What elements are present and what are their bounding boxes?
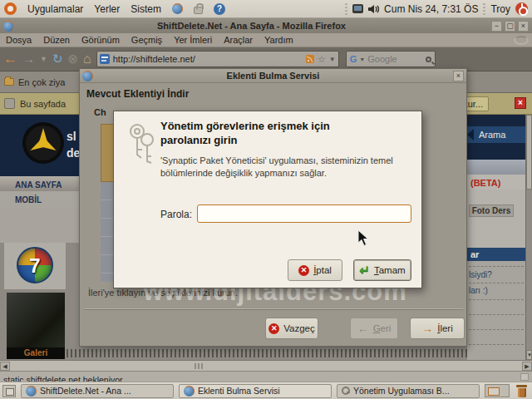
taskbar-window-wizard[interactable]: Eklenti Bulma Servisi [179,384,332,398]
close-button[interactable]: × [518,21,529,32]
bookmarks-folder-icon[interactable] [4,78,14,86]
bookmarks-item-most-visited[interactable]: En çok ziya [18,77,65,87]
site-content-strip [0,208,79,243]
mouse-cursor [357,229,371,248]
divider [469,283,524,283]
maximize-button[interactable]: ▢ [505,21,515,32]
system-tray: Cum Nis 24, 7:31 ÖS Troy [345,2,532,15]
help-icon[interactable]: ? [214,3,225,15]
password-input[interactable] [197,204,411,223]
windows7-logo: 7 [17,247,53,283]
foto-ders-button[interactable]: Foto Ders [469,204,514,217]
search-engine-dropdown-icon[interactable]: ▼ [359,57,365,62]
power-icon[interactable] [515,2,528,15]
tray-separator [483,3,485,15]
menu-edit[interactable]: Düzen [37,35,76,45]
auth-ok-button[interactable]: ↵ Tamam [353,259,411,281]
resize-grip[interactable] [520,373,529,381]
top-panel: Uygulamalar Yerler Sistem ? Cum Nis 24, … [0,0,532,18]
scroll-right-icon[interactable]: ▶ [522,362,532,371]
wizard-heading: Mevcut Eklentiyi İndir [86,88,189,100]
workspace-switcher[interactable] [485,384,510,397]
menu-view[interactable]: Görünüm [76,35,126,45]
menu-bookmarks[interactable]: Yer İmleri [168,35,218,45]
search-box[interactable]: G ▼ [346,51,436,67]
gallery-thumbnail[interactable]: Galeri [7,293,65,359]
bookmark-star-icon[interactable]: ☆ [318,54,326,65]
url-bar[interactable]: ☆ ▼ [96,51,339,67]
firefox-launcher-icon[interactable] [172,3,183,14]
wizard-titlebar[interactable]: Eklenti Bulma Servisi × [80,69,466,83]
back-icon[interactable]: ← [3,51,17,67]
taskbar-window-firefox[interactable]: ShiftDelete.Net - Ana ... [21,384,174,398]
back-button[interactable]: ← Geri [350,318,398,339]
nav-link-mobile[interactable]: MOBİL [15,192,42,209]
chevron-down-icon[interactable]: ▼ [40,51,47,67]
menu-tools[interactable]: Araçlar [218,35,259,45]
firefox-titlebar[interactable]: ShiftDelete.Net - Ana Sayfa - Mozilla Fi… [0,18,532,33]
forward-icon[interactable]: → [22,51,35,67]
ubuntu-logo-icon[interactable] [4,2,17,15]
lock-icon[interactable] [194,7,203,14]
password-label: Parola: [160,209,192,220]
auth-ok-label: Tamam [374,265,406,275]
show-desktop-icon[interactable] [2,385,16,397]
window-title: ShiftDelete.Net - Ana Sayfa - Mozilla Fi… [14,21,489,31]
search-icon[interactable] [426,57,431,62]
cancel-icon: ✕ [298,265,309,276]
throbber-icon [514,36,529,45]
keys-icon [124,121,159,166]
scroll-down-icon[interactable]: ▼ [526,350,532,360]
minimize-button[interactable]: − [491,21,502,32]
divider [469,314,524,315]
notification-close-icon[interactable]: × [515,97,526,109]
arrow-left-icon [467,129,474,140]
clock[interactable]: Cum Nis 24, 7:31 ÖS [384,3,478,15]
menu-help[interactable]: Yardım [259,35,299,45]
next-label: İleri [437,323,453,333]
cancel-button[interactable]: ✕ Vazgeç [265,318,318,339]
sidebar-list-item[interactable]: ları :) [469,286,488,295]
reload-icon[interactable]: ↻ [52,51,63,67]
site-favicon [100,54,110,64]
gallery-caption[interactable]: Galeri [7,347,65,359]
ticker-text-strip [66,349,467,357]
shiftdelete-logo[interactable] [22,121,65,165]
vertical-scrollbar[interactable]: ▼ [525,115,532,360]
next-button[interactable]: → İleri [410,318,465,339]
horizontal-scrollbar[interactable]: ◀ ▶ [0,360,532,371]
plugin-name-fragment: Ch [94,107,106,117]
user-menu[interactable]: Troy [490,3,510,15]
stop-icon[interactable]: ⊗ [68,51,79,67]
site-search-label: Arama [479,130,505,140]
auth-cancel-button[interactable]: ✕ İptal [288,259,342,281]
url-dropdown-icon[interactable]: ▼ [329,56,336,63]
update-monitor-icon[interactable] [352,4,363,13]
scrollbar-grip[interactable] [195,363,203,369]
trash-icon[interactable] [516,385,527,397]
menu-file[interactable]: Dosya [0,35,37,45]
site-band: Foto Ders [467,190,525,248]
sidebar-header: ar [467,248,525,261]
menu-system[interactable]: Sistem [131,3,161,15]
url-input[interactable] [113,54,303,64]
search-engine-icon[interactable]: G [350,54,357,64]
taskbar-label: ShiftDelete.Net - Ana ... [40,386,131,396]
scroll-left-icon[interactable]: ◀ [0,362,10,371]
volume-icon[interactable] [368,4,379,14]
rss-icon[interactable] [306,55,314,63]
windows7-article-image[interactable]: 7 [4,243,66,289]
firefox-window-icon [82,71,93,81]
menu-applications[interactable]: Uygulamalar [27,3,83,15]
site-search-button[interactable]: Arama [467,126,525,143]
search-input[interactable] [367,54,423,64]
site-subnav-bar: MOBİL [0,191,79,208]
menu-history[interactable]: Geçmiş [126,35,168,45]
wizard-close-icon[interactable]: × [453,71,464,81]
taskbar-window-auth[interactable]: Yönetim Uygulaması B... [337,384,480,398]
menu-places[interactable]: Yerler [94,3,120,15]
arrow-right-icon: → [421,323,433,334]
scrollbar-thumb[interactable] [526,115,532,190]
home-icon[interactable]: ⌂ [83,51,91,67]
sidebar-list-item[interactable]: lsiydi? [469,270,492,279]
